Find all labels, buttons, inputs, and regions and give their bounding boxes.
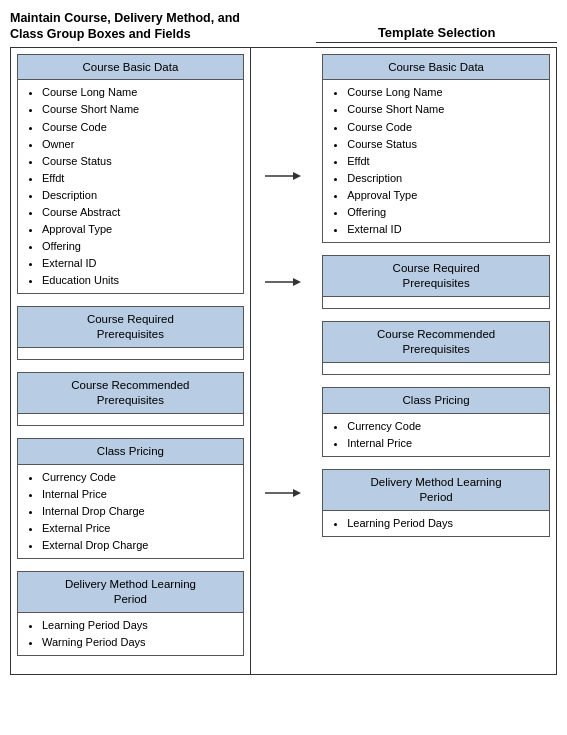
right-class-pricing-header: Class Pricing: [322, 387, 550, 414]
list-item: External Drop Charge: [42, 537, 239, 554]
right-class-pricing-list: Currency Code Internal Price: [337, 418, 545, 452]
right-course-required-prereqs: Course RequiredPrerequisites: [322, 255, 550, 309]
right-course-recommended-prereqs-header: Course RecommendedPrerequisites: [322, 321, 550, 363]
left-heading: Maintain Course, Delivery Method, and Cl…: [10, 10, 251, 43]
list-item: Offering: [42, 238, 239, 255]
list-item: Course Short Name: [42, 101, 239, 118]
list-item: Effdt: [347, 153, 545, 170]
svg-marker-3: [293, 278, 301, 286]
list-item: Internal Price: [42, 486, 239, 503]
right-course-basic-data-body: Course Long Name Course Short Name Cours…: [322, 80, 550, 242]
list-item: Warning Period Days: [42, 634, 239, 651]
left-column: Course Basic Data Course Long Name Cours…: [11, 48, 251, 674]
list-item: Currency Code: [42, 469, 239, 486]
list-item: Internal Drop Charge: [42, 503, 239, 520]
right-course-required-prereqs-body: [322, 297, 550, 309]
header-row: Maintain Course, Delivery Method, and Cl…: [10, 10, 557, 43]
left-course-required-prereqs: Course RequiredPrerequisites: [17, 306, 244, 360]
left-course-required-prereqs-body: [17, 348, 244, 360]
list-item: Course Code: [42, 119, 239, 136]
left-delivery-method-body: Learning Period Days Warning Period Days: [17, 613, 244, 656]
list-item: Course Status: [42, 153, 239, 170]
left-course-recommended-prereqs-header: Course RecommendedPrerequisites: [17, 372, 244, 414]
list-item: Learning Period Days: [42, 617, 239, 634]
right-class-pricing-body: Currency Code Internal Price: [322, 414, 550, 457]
list-item: Approval Type: [42, 221, 239, 238]
list-item: Course Long Name: [42, 84, 239, 101]
list-item: Description: [42, 187, 239, 204]
svg-marker-1: [293, 172, 301, 180]
page-container: Maintain Course, Delivery Method, and Cl…: [10, 10, 557, 675]
right-course-basic-data-header: Course Basic Data: [322, 54, 550, 81]
list-item: Owner: [42, 136, 239, 153]
left-course-required-prereqs-header: Course RequiredPrerequisites: [17, 306, 244, 348]
list-item: Learning Period Days: [347, 515, 545, 532]
left-course-basic-data: Course Basic Data Course Long Name Cours…: [17, 54, 244, 295]
left-class-pricing-list: Currency Code Internal Price Internal Dr…: [32, 469, 239, 554]
list-item: External Price: [42, 520, 239, 537]
left-class-pricing-header: Class Pricing: [17, 438, 244, 465]
left-course-recommended-prereqs-body: [17, 414, 244, 426]
list-item: Course Code: [347, 119, 545, 136]
list-item: Internal Price: [347, 435, 545, 452]
list-item: External ID: [347, 221, 545, 238]
left-class-pricing: Class Pricing Currency Code Internal Pri…: [17, 438, 244, 559]
left-delivery-method-list: Learning Period Days Warning Period Days: [32, 617, 239, 651]
right-delivery-method: Delivery Method LearningPeriod Learning …: [322, 469, 550, 537]
right-class-pricing: Class Pricing Currency Code Internal Pri…: [322, 387, 550, 457]
right-delivery-method-header: Delivery Method LearningPeriod: [322, 469, 550, 511]
left-delivery-method: Delivery Method LearningPeriod Learning …: [17, 571, 244, 656]
left-course-basic-data-header: Course Basic Data: [17, 54, 244, 81]
list-item: Approval Type: [347, 187, 545, 204]
right-course-basic-data: Course Basic Data Course Long Name Cours…: [322, 54, 550, 243]
list-item: Effdt: [42, 170, 239, 187]
list-item: Course Short Name: [347, 101, 545, 118]
right-heading: Template Selection: [316, 25, 557, 43]
right-column: Course Basic Data Course Long Name Cours…: [316, 48, 556, 674]
right-delivery-method-body: Learning Period Days: [322, 511, 550, 537]
right-course-required-prereqs-header: Course RequiredPrerequisites: [322, 255, 550, 297]
svg-marker-5: [293, 489, 301, 497]
left-course-basic-data-list: Course Long Name Course Short Name Cours…: [32, 84, 239, 289]
list-item: Education Units: [42, 272, 239, 289]
right-course-basic-data-list: Course Long Name Course Short Name Cours…: [337, 84, 545, 237]
list-item: Course Long Name: [347, 84, 545, 101]
list-item: Offering: [347, 204, 545, 221]
list-item: External ID: [42, 255, 239, 272]
list-item: Course Abstract: [42, 204, 239, 221]
left-class-pricing-body: Currency Code Internal Price Internal Dr…: [17, 465, 244, 559]
arrow-column: [251, 48, 316, 674]
arrow-icon-2: [265, 274, 301, 290]
list-item: Currency Code: [347, 418, 545, 435]
arrow-1: [265, 168, 301, 184]
main-content: Course Basic Data Course Long Name Cours…: [10, 47, 557, 675]
arrow-3: [265, 485, 301, 501]
arrow-2: [265, 274, 301, 290]
arrow-icon-1: [265, 168, 301, 184]
left-delivery-method-header: Delivery Method LearningPeriod: [17, 571, 244, 613]
right-course-recommended-prereqs: Course RecommendedPrerequisites: [322, 321, 550, 375]
right-course-recommended-prereqs-body: [322, 363, 550, 375]
left-course-recommended-prereqs: Course RecommendedPrerequisites: [17, 372, 244, 426]
left-course-basic-data-body: Course Long Name Course Short Name Cours…: [17, 80, 244, 294]
list-item: Course Status: [347, 136, 545, 153]
list-item: Description: [347, 170, 545, 187]
right-delivery-method-list: Learning Period Days: [337, 515, 545, 532]
arrow-icon-3: [265, 485, 301, 501]
